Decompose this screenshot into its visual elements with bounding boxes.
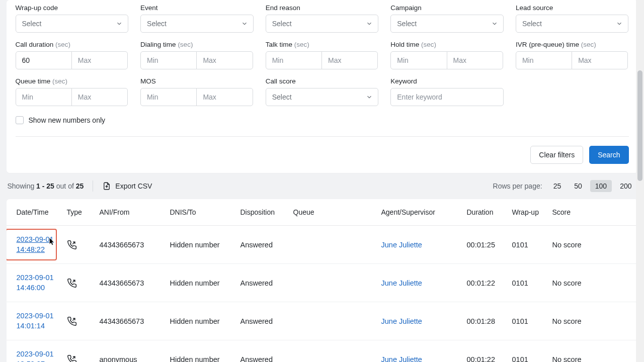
cell-duration: 00:01:22	[462, 340, 507, 362]
scrollbar[interactable]	[636, 0, 644, 362]
cell-dnis: Hidden number	[165, 340, 235, 362]
leadsource-select[interactable]: Select	[516, 15, 629, 33]
cell-dnis: Hidden number	[165, 226, 235, 264]
callduration-min[interactable]	[16, 51, 72, 69]
cell-score: No score	[547, 340, 638, 362]
col-type[interactable]: Type	[62, 199, 95, 226]
label-keyword: Keyword	[390, 77, 504, 85]
outbound-call-icon	[67, 354, 90, 362]
rows-per-page-group: 2550100200	[548, 180, 637, 192]
col-disposition[interactable]: Disposition	[235, 199, 288, 226]
rows-per-page-100[interactable]: 100	[590, 180, 612, 192]
datetime-link[interactable]: 2023-09-0114:46:00	[17, 274, 57, 293]
label-leadsource: Lead source	[516, 4, 629, 12]
label-endreason: End reason	[266, 4, 379, 12]
cell-disposition: Answered	[235, 302, 288, 340]
datetime-link[interactable]: 2023-09-0113:59:07	[17, 350, 57, 362]
col-score[interactable]: Score	[547, 199, 638, 226]
campaign-select[interactable]: Select	[390, 15, 504, 33]
outbound-call-icon	[67, 240, 90, 250]
label-ivrtime: IVR (pre-queue) time (sec)	[516, 41, 629, 48]
cell-disposition: Answered	[235, 264, 288, 302]
queuetime-max[interactable]	[71, 88, 128, 106]
export-csv-button[interactable]: Export CSV	[102, 182, 152, 191]
callduration-max[interactable]	[71, 51, 128, 69]
table-row: 2023-09-0113:59:07anonymousHidden number…	[7, 340, 638, 362]
label-holdtime: Hold time (sec)	[390, 41, 504, 48]
outbound-call-icon	[67, 278, 90, 288]
label-mos: MOS	[140, 77, 254, 85]
dialingtime-max[interactable]	[196, 51, 253, 69]
agent-link[interactable]: June Juliette	[381, 317, 422, 325]
cell-duration: 00:01:22	[462, 264, 507, 302]
cell-wrapup: 0101	[507, 226, 547, 264]
table-row: 2023-09-0114:48:2244343665673Hidden numb…	[7, 226, 638, 264]
wrapup-select[interactable]: Select	[16, 15, 129, 33]
label-queuetime: Queue time (sec)	[16, 77, 129, 85]
cell-duration: 00:01:25	[462, 226, 507, 264]
cell-wrapup: 0101	[507, 302, 547, 340]
export-icon	[102, 182, 111, 191]
datetime-link[interactable]: 2023-09-0114:48:22	[17, 235, 57, 254]
ivrtime-max[interactable]	[572, 51, 628, 69]
cell-score: No score	[547, 302, 638, 340]
queuetime-min[interactable]	[16, 88, 72, 106]
label-callscore: Call score	[266, 77, 379, 85]
filters-panel: Wrap-up code Select Event Select End rea…	[7, 0, 638, 173]
rows-per-page-50[interactable]: 50	[569, 180, 587, 192]
col-wrapup[interactable]: Wrap-up	[507, 199, 547, 226]
cell-wrapup: 0101	[507, 264, 547, 302]
cell-disposition: Answered	[235, 340, 288, 362]
ivrtime-min[interactable]	[516, 51, 572, 69]
chevron-down-icon	[366, 20, 373, 27]
dialingtime-min[interactable]	[140, 51, 197, 69]
talktime-max[interactable]	[321, 51, 378, 69]
label-campaign: Campaign	[390, 4, 504, 12]
col-datetime[interactable]: Date/Time	[7, 199, 62, 226]
cell-ani: 44343665673	[95, 226, 165, 264]
results-table: Date/Time Type ANI/From DNIS/To Disposit…	[7, 199, 638, 362]
label-dialingtime: Dialing time (sec)	[140, 41, 254, 48]
holdtime-min[interactable]	[390, 51, 447, 69]
col-dnis[interactable]: DNIS/To	[165, 199, 235, 226]
agent-link[interactable]: June Juliette	[381, 241, 422, 249]
col-agent[interactable]: Agent/Supervisor	[376, 199, 462, 226]
cell-ani: 44343665673	[95, 264, 165, 302]
col-duration[interactable]: Duration	[462, 199, 507, 226]
table-row: 2023-09-0114:46:0044343665673Hidden numb…	[7, 264, 638, 302]
cell-dnis: Hidden number	[165, 264, 235, 302]
keyword-input[interactable]	[390, 88, 504, 106]
outbound-call-icon	[67, 316, 90, 326]
chevron-down-icon	[116, 20, 123, 27]
callscore-select[interactable]: Select	[266, 88, 379, 106]
rows-per-page-200[interactable]: 200	[615, 180, 636, 192]
endreason-select[interactable]: Select	[266, 15, 379, 33]
mos-min[interactable]	[140, 88, 197, 106]
label-talktime: Talk time (sec)	[266, 41, 379, 48]
cell-queue	[288, 226, 376, 264]
chevron-down-icon	[366, 94, 373, 101]
results-bar: Showing 1 - 25 out of 25 Export CSV Rows…	[7, 180, 638, 192]
show-new-numbers-checkbox[interactable]: Show new numbers only	[16, 116, 629, 124]
cell-queue	[288, 264, 376, 302]
cell-disposition: Answered	[235, 226, 288, 264]
checkbox-icon	[16, 116, 24, 124]
rows-per-page-label: Rows per page:	[493, 182, 542, 190]
datetime-link[interactable]: 2023-09-0114:01:14	[17, 312, 57, 331]
results-count: Showing 1 - 25 out of 25	[8, 182, 84, 190]
rows-per-page-25[interactable]: 25	[548, 180, 567, 192]
holdtime-max[interactable]	[447, 51, 503, 69]
event-select[interactable]: Select	[140, 15, 254, 33]
cell-score: No score	[547, 226, 638, 264]
col-queue[interactable]: Queue	[288, 199, 376, 226]
agent-link[interactable]: June Juliette	[381, 279, 422, 287]
chevron-down-icon	[491, 20, 498, 27]
clear-filters-button[interactable]: Clear filters	[530, 146, 583, 164]
cell-ani: anonymous	[95, 340, 165, 362]
col-ani[interactable]: ANI/From	[95, 199, 165, 226]
mos-max[interactable]	[196, 88, 253, 106]
scrollbar-thumb[interactable]	[637, 70, 642, 181]
talktime-min[interactable]	[266, 51, 322, 69]
search-button[interactable]: Search	[589, 146, 628, 164]
agent-link[interactable]: June Juliette	[381, 355, 422, 362]
